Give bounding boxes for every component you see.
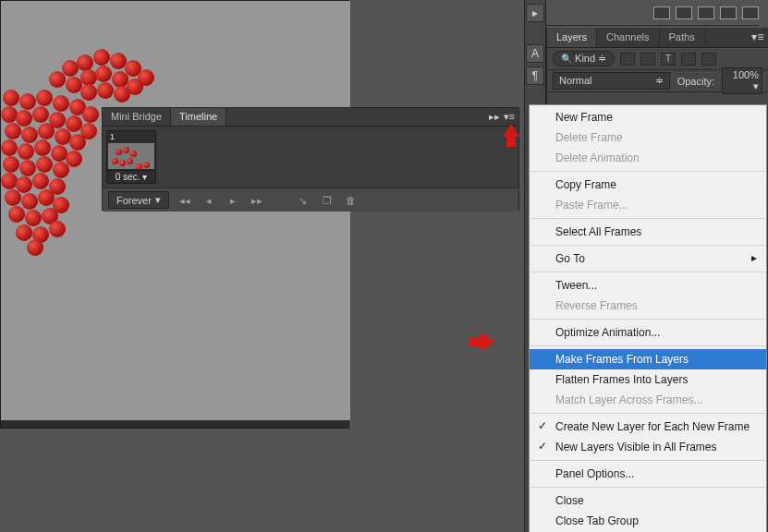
- adjustment-icon-3[interactable]: [698, 6, 714, 19]
- adjustment-icon-4[interactable]: [720, 6, 737, 19]
- image-content-main: [1, 90, 101, 260]
- timeline-frames: 1 0 sec. ▾: [103, 127, 518, 187]
- next-frame-button[interactable]: ▸▸: [249, 193, 265, 208]
- panel-flyout-icon[interactable]: ▾≡: [748, 28, 768, 47]
- menu-separator: [530, 272, 765, 272]
- layers-panel-tabs: Layers Channels Paths ▾≡: [547, 28, 768, 48]
- menu-new-layers-visible[interactable]: New Layers Visible in All Frames: [530, 437, 766, 457]
- options-bar: [546, 0, 759, 26]
- menu-separator: [530, 487, 765, 488]
- menu-create-new-layer-each-frame[interactable]: Create New Layer for Each New Frame: [530, 417, 766, 437]
- menu-select-all-frames[interactable]: Select All Frames: [530, 222, 766, 242]
- first-frame-button[interactable]: ◂◂: [177, 193, 193, 208]
- menu-copy-frame[interactable]: Copy Frame: [530, 175, 766, 195]
- tab-paths[interactable]: Paths: [660, 28, 705, 47]
- timeline-tabs: Mini Bridge Timeline ▸▸ ▾≡: [103, 108, 518, 127]
- menu-separator: [530, 460, 765, 461]
- menu-panel-options[interactable]: Panel Options...: [530, 464, 766, 484]
- menu-match-layer-across-frames: Match Layer Across Frames...: [530, 390, 766, 410]
- timeline-flyout-icon[interactable]: ▾≡: [504, 111, 515, 123]
- frame-thumb-1[interactable]: 1 0 sec. ▾: [106, 130, 156, 184]
- menu-delete-frame: Delete Frame: [530, 127, 766, 148]
- blend-row: Normal≑ Opacity: 100% ▾: [547, 70, 768, 92]
- menu-separator: [530, 218, 765, 219]
- filter-pixel-icon[interactable]: [620, 53, 635, 66]
- prev-frame-button[interactable]: ◂: [201, 193, 217, 208]
- collapse-icon[interactable]: ▸: [526, 4, 544, 22]
- menu-new-frame[interactable]: New Frame: [530, 107, 766, 127]
- filter-type-icon[interactable]: T: [661, 53, 676, 66]
- menu-close[interactable]: Close: [530, 490, 766, 511]
- opacity-label: Opacity:: [677, 76, 714, 87]
- tab-layers[interactable]: Layers: [547, 28, 597, 47]
- menu-separator: [530, 413, 765, 414]
- filter-shape-icon[interactable]: [681, 53, 696, 66]
- tab-mini-bridge[interactable]: Mini Bridge: [103, 108, 171, 126]
- timeline-panel: Mini Bridge Timeline ▸▸ ▾≡ 1 0 sec. ▾: [102, 107, 519, 211]
- filter-smart-icon[interactable]: [701, 53, 716, 66]
- adjustment-icon-5[interactable]: [742, 6, 759, 19]
- callout-arrow-menu-item: [481, 332, 495, 351]
- adjustment-icon-2[interactable]: [676, 6, 692, 19]
- menu-optimize-animation[interactable]: Optimize Animation...: [530, 322, 766, 343]
- menu-separator: [530, 319, 765, 320]
- callout-arrow-menu-button: [503, 124, 519, 137]
- blend-mode-select[interactable]: Normal≑: [553, 72, 670, 90]
- frame-preview: [108, 143, 154, 169]
- menu-separator: [530, 171, 765, 172]
- layer-filter-kind[interactable]: 🔍 Kind ≑: [553, 51, 615, 66]
- paragraph-panel-icon[interactable]: ¶: [526, 66, 544, 85]
- tab-timeline[interactable]: Timeline: [171, 108, 226, 126]
- menu-flatten-frames-into-layers[interactable]: Flatten Frames Into Layers: [530, 369, 766, 390]
- menu-tween[interactable]: Tween...: [530, 275, 766, 296]
- opacity-input[interactable]: 100% ▾: [722, 67, 762, 94]
- chevron-down-icon: ▾: [142, 172, 147, 182]
- menu-go-to[interactable]: Go To: [530, 248, 766, 269]
- timeline-collapse-icon[interactable]: ▸▸: [489, 111, 500, 123]
- chevron-down-icon: ▾: [155, 194, 161, 206]
- menu-paste-frame: Paste Frame...: [530, 195, 766, 215]
- duplicate-frame-button[interactable]: ❐: [319, 193, 335, 208]
- timeline-controls: Forever▾ ◂◂ ◂ ▸ ▸▸ ↘ ❐ 🗑: [103, 187, 518, 212]
- document-canvas[interactable]: [0, 0, 349, 429]
- menu-reverse-frames: Reverse Frames: [530, 296, 766, 316]
- menu-close-tab-group[interactable]: Close Tab Group: [530, 511, 766, 531]
- delete-frame-button[interactable]: 🗑: [343, 193, 360, 208]
- play-button[interactable]: ▸: [225, 193, 241, 208]
- menu-separator: [530, 345, 765, 346]
- filter-adjust-icon[interactable]: [640, 53, 655, 66]
- character-panel-icon[interactable]: A: [526, 44, 544, 63]
- tween-button[interactable]: ↘: [295, 193, 311, 208]
- frame-number: 1: [107, 131, 155, 142]
- tab-channels[interactable]: Channels: [597, 28, 659, 47]
- menu-make-frames-from-layers[interactable]: Make Frames From Layers: [530, 349, 766, 369]
- loop-select[interactable]: Forever▾: [108, 191, 169, 209]
- adjustment-icon-1[interactable]: [653, 6, 670, 19]
- frame-duration[interactable]: 0 sec. ▾: [107, 170, 155, 183]
- timeline-flyout-menu: New Frame Delete Frame Delete Animation …: [529, 104, 767, 532]
- menu-separator: [530, 245, 765, 246]
- menu-delete-animation: Delete Animation: [530, 148, 766, 168]
